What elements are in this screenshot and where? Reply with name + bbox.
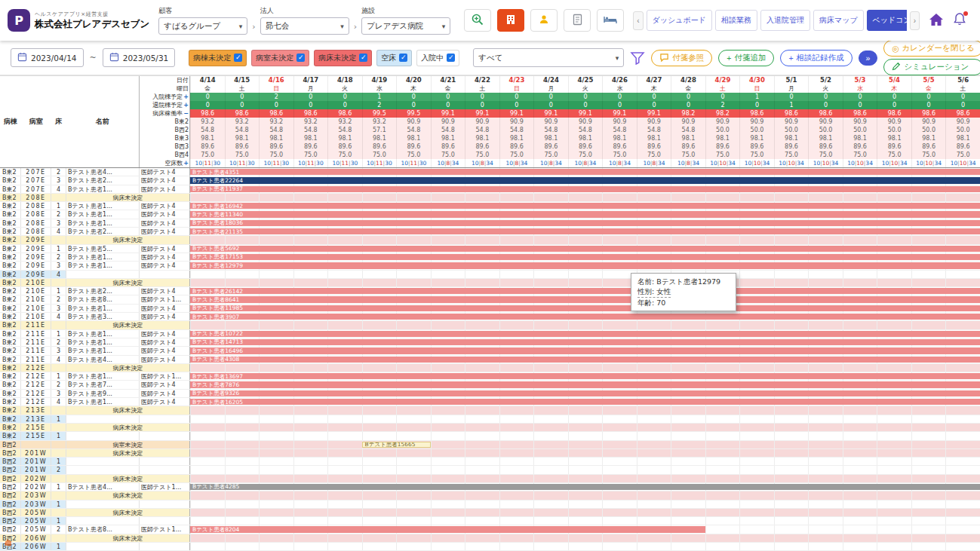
- day-cell[interactable]: [843, 525, 877, 533]
- day-cell[interactable]: [739, 424, 774, 431]
- fusen-ref-button[interactable]: 付箋参照: [651, 50, 712, 66]
- day-cell[interactable]: [396, 279, 431, 286]
- day-cell[interactable]: [602, 475, 637, 482]
- gantt-bar[interactable]: Bテスト患者16496: [190, 347, 980, 354]
- day-cell[interactable]: [877, 543, 911, 550]
- day-cell[interactable]: [877, 364, 911, 372]
- day-cell[interactable]: [602, 466, 637, 473]
- day-cell[interactable]: [568, 441, 603, 448]
- day-cell[interactable]: [568, 271, 603, 278]
- gantt-bar[interactable]: Bテスト患者12979: [190, 262, 980, 268]
- day-cell[interactable]: [259, 279, 293, 286]
- day-cell[interactable]: [327, 271, 362, 278]
- day-cell[interactable]: [396, 194, 431, 201]
- day-cell[interactable]: [190, 432, 225, 439]
- day-cell[interactable]: [225, 415, 260, 423]
- day-cell[interactable]: [877, 500, 911, 508]
- day-cell[interactable]: [259, 458, 293, 465]
- day-cell[interactable]: [190, 406, 225, 414]
- day-cell[interactable]: [774, 517, 809, 525]
- day-cell[interactable]: [533, 466, 568, 473]
- day-cell[interactable]: [396, 236, 431, 243]
- day-cell[interactable]: [465, 466, 499, 473]
- day-cell[interactable]: [533, 364, 568, 372]
- day-cell[interactable]: [739, 466, 774, 473]
- day-cell[interactable]: [362, 534, 397, 542]
- day-cell[interactable]: [533, 534, 568, 542]
- day-cell[interactable]: [225, 194, 260, 201]
- day-cell[interactable]: [499, 449, 534, 457]
- day-cell[interactable]: [945, 458, 980, 465]
- day-cell[interactable]: [945, 543, 980, 550]
- expand-icon[interactable]: +: [183, 160, 189, 167]
- day-cell[interactable]: [911, 406, 946, 414]
- day-cell[interactable]: [431, 543, 465, 550]
- day-cell[interactable]: [877, 424, 911, 431]
- nav-tab-admission[interactable]: 入退院管理: [760, 10, 810, 31]
- day-cell[interactable]: [431, 449, 465, 457]
- day-cell[interactable]: [945, 321, 980, 329]
- day-cell[interactable]: [705, 415, 740, 423]
- day-cell[interactable]: [293, 500, 328, 508]
- day-cell[interactable]: [327, 321, 362, 329]
- day-cell[interactable]: [327, 534, 362, 542]
- day-cell[interactable]: [396, 466, 431, 473]
- day-cell[interactable]: [259, 441, 293, 448]
- day-cell[interactable]: [362, 466, 397, 473]
- gantt-bar[interactable]: Bテスト患者7876: [190, 381, 980, 387]
- day-cell[interactable]: [293, 432, 328, 439]
- day-cell[interactable]: [533, 406, 568, 414]
- day-cell[interactable]: [533, 475, 568, 482]
- day-cell[interactable]: [877, 279, 911, 286]
- day-cell[interactable]: [225, 424, 260, 431]
- day-cell[interactable]: [568, 475, 603, 482]
- day-cell[interactable]: [945, 432, 980, 439]
- day-cell[interactable]: [945, 415, 980, 423]
- day-cell[interactable]: [225, 466, 260, 473]
- day-cell[interactable]: [945, 525, 980, 533]
- customer-select[interactable]: すばるグループ ▾: [158, 17, 247, 35]
- day-cell[interactable]: [877, 458, 911, 465]
- gantt-bar[interactable]: Bテスト患者13697: [190, 373, 980, 379]
- day-cell[interactable]: [396, 491, 431, 499]
- day-cell[interactable]: [774, 500, 809, 508]
- day-cell[interactable]: [568, 236, 603, 243]
- day-cell[interactable]: [808, 449, 843, 457]
- day-cell[interactable]: [774, 321, 809, 329]
- day-cell[interactable]: [533, 279, 568, 286]
- day-cell[interactable]: [190, 236, 225, 243]
- day-cell[interactable]: [499, 491, 534, 499]
- day-cell[interactable]: [739, 415, 774, 423]
- day-cell[interactable]: [843, 466, 877, 473]
- day-cell[interactable]: [808, 236, 843, 243]
- day-cell[interactable]: [568, 364, 603, 372]
- day-cell[interactable]: [705, 534, 740, 542]
- day-cell[interactable]: [190, 466, 225, 473]
- day-cell[interactable]: [362, 491, 397, 499]
- day-cell[interactable]: [568, 424, 603, 431]
- day-cell[interactable]: [877, 449, 911, 457]
- day-cell[interactable]: [568, 509, 603, 516]
- day-cell[interactable]: [327, 364, 362, 372]
- day-cell[interactable]: [671, 500, 705, 508]
- day-cell[interactable]: [568, 406, 603, 414]
- day-cell[interactable]: [602, 449, 637, 457]
- day-cell[interactable]: [499, 509, 534, 516]
- day-cell[interactable]: [225, 475, 260, 482]
- day-cell[interactable]: [327, 475, 362, 482]
- gantt-bar[interactable]: Bテスト患者21135: [190, 228, 980, 234]
- day-cell[interactable]: [396, 424, 431, 431]
- collapse-icon[interactable]: −: [183, 110, 189, 117]
- day-cell[interactable]: [774, 271, 809, 278]
- day-cell[interactable]: [911, 458, 946, 465]
- day-cell[interactable]: [671, 543, 705, 550]
- day-cell[interactable]: [774, 509, 809, 516]
- gantt-bar[interactable]: Bテスト患者5692: [190, 246, 980, 252]
- day-cell[interactable]: [533, 543, 568, 550]
- filter-chip[interactable]: 入院中✓: [416, 50, 459, 66]
- day-cell[interactable]: [327, 466, 362, 473]
- day-cell[interactable]: [911, 441, 946, 448]
- day-cell[interactable]: [499, 534, 534, 542]
- day-cell[interactable]: [293, 449, 328, 457]
- day-cell[interactable]: [705, 236, 740, 243]
